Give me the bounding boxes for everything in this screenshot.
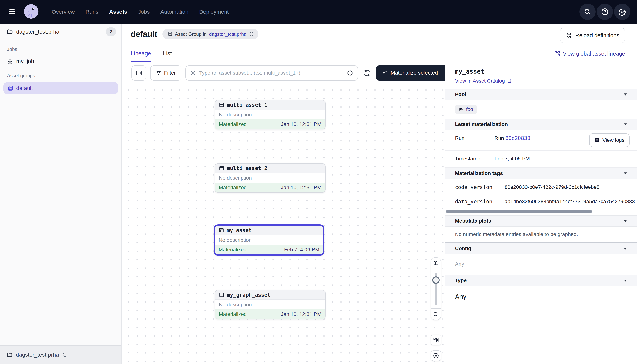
nav-item-overview[interactable]: Overview xyxy=(52,9,75,15)
zoom-out-icon xyxy=(433,311,439,318)
timestamp-value: Feb 7, 4:06 PM xyxy=(488,151,637,167)
sidebar-footer-repo[interactable]: dagster_test.prha xyxy=(0,345,121,364)
section-pool[interactable]: Pool xyxy=(445,89,637,100)
lineage-toolbar: Filter Materialize selected xyxy=(122,62,445,84)
section-metadata-plots[interactable]: Metadata plots xyxy=(445,215,637,226)
config-value: Any xyxy=(445,254,637,275)
view-global-asset-lineage-link[interactable]: View global asset lineage xyxy=(554,50,625,57)
download-icon xyxy=(433,352,439,359)
asset-node-multi-asset-1[interactable]: multi_asset_1 No description Materialize… xyxy=(215,100,326,130)
asset-node-multi-asset-2[interactable]: multi_asset_2 No description Materialize… xyxy=(215,163,326,193)
materialized-badge: Materialized xyxy=(219,311,247,317)
stack-icon xyxy=(459,107,464,112)
lineage-graph-canvas[interactable]: multi_asset_1 No description Materialize… xyxy=(122,84,445,364)
asset-subset-input[interactable] xyxy=(199,70,344,76)
view-in-asset-catalog-link[interactable]: View in Asset Catalog xyxy=(455,78,512,84)
lineage-graph-icon xyxy=(554,51,560,56)
nav-item-assets[interactable]: Assets xyxy=(109,9,127,15)
nav-item-jobs[interactable]: Jobs xyxy=(138,9,150,15)
view-logs-button[interactable]: View logs xyxy=(589,133,629,147)
materialization-timestamp-link[interactable]: Jan 10, 12:31 PM xyxy=(281,121,321,127)
refresh-icon[interactable] xyxy=(62,352,67,357)
section-materialization-tags[interactable]: Materialization tags xyxy=(445,168,637,179)
asset-group-icon xyxy=(167,31,172,37)
asset-node-my-asset-selected[interactable]: my_asset No description Materialized Feb… xyxy=(214,224,324,256)
asset-node-name: my_graph_asset xyxy=(227,292,271,298)
search-icon xyxy=(584,8,591,16)
asset-node-name: multi_asset_1 xyxy=(227,102,267,108)
zoom-in-button[interactable] xyxy=(431,258,441,269)
search-button[interactable] xyxy=(579,4,596,20)
materialization-timestamp-link[interactable]: Jan 10, 12:31 PM xyxy=(281,184,321,190)
menu-icon[interactable] xyxy=(8,6,18,17)
jobs-section: Jobs my_job xyxy=(0,40,121,66)
info-icon[interactable] xyxy=(347,70,353,76)
download-image-button[interactable] xyxy=(431,350,441,361)
zoom-out-button[interactable] xyxy=(431,309,441,320)
nav-item-deployment[interactable]: Deployment xyxy=(199,9,229,15)
horizontal-scrollbar[interactable] xyxy=(446,210,592,213)
panel-toggle-icon xyxy=(135,70,142,76)
materialized-badge: Materialized xyxy=(219,184,247,190)
sidebar-item-default-group[interactable]: default xyxy=(3,82,118,94)
nav-item-automation[interactable]: Automation xyxy=(160,9,188,15)
job-name: my_job xyxy=(16,58,34,64)
settings-button[interactable] xyxy=(614,4,630,20)
gear-icon xyxy=(618,8,626,16)
reload-definitions-button[interactable]: Reload definitions xyxy=(560,28,625,43)
refresh-graph-button[interactable] xyxy=(362,68,372,78)
toggle-sidebar-button[interactable] xyxy=(131,66,146,80)
top-navbar: Overview Runs Assets Jobs Automation Dep… xyxy=(0,0,637,24)
zoom-slider[interactable] xyxy=(431,269,441,309)
section-latest-materialization[interactable]: Latest materialization xyxy=(445,118,637,130)
materialize-split-button: Materialize selected xyxy=(376,66,454,80)
primary-nav: Overview Runs Assets Jobs Automation Dep… xyxy=(52,9,229,15)
materialized-badge: Materialized xyxy=(219,121,247,127)
repo-name: dagster_test.prha xyxy=(16,28,59,35)
filter-button[interactable]: Filter xyxy=(150,66,181,80)
asset-groups-section-label: Asset groups xyxy=(7,73,121,78)
tag-row-data-version: data_version ab14be32f606383bbf4a144cf77… xyxy=(445,194,637,208)
materialize-button[interactable]: Materialize selected xyxy=(376,66,443,80)
chip-repo-link[interactable]: dagster_test.prha xyxy=(209,31,246,37)
caret-down-icon xyxy=(623,279,627,282)
nav-item-runs[interactable]: Runs xyxy=(86,9,98,15)
asset-group-icon xyxy=(8,85,13,91)
folder-icon xyxy=(7,28,13,35)
tab-list[interactable]: List xyxy=(163,50,172,62)
rearrange-graph-button[interactable] xyxy=(431,335,441,346)
graph-layout-icon xyxy=(433,337,439,343)
refresh-icon[interactable] xyxy=(249,32,254,37)
materialization-timestamp-link[interactable]: Feb 7, 4:06 PM xyxy=(284,247,319,252)
filter-icon xyxy=(156,70,161,76)
pool-tag[interactable]: foo xyxy=(455,104,477,114)
section-type[interactable]: Type xyxy=(445,275,637,286)
repo-row[interactable]: dagster_test.prha 2 xyxy=(0,24,121,40)
chip-text: Asset Group in xyxy=(175,31,206,37)
help-button[interactable] xyxy=(597,4,613,20)
zoom-slider-handle[interactable] xyxy=(432,276,440,284)
jobs-section-label: Jobs xyxy=(7,46,121,52)
job-icon xyxy=(7,58,13,64)
sidebar-item-my-job[interactable]: my_job xyxy=(0,56,121,66)
dagster-logo-icon[interactable] xyxy=(23,3,40,20)
asset-node-my-graph-asset[interactable]: my_graph_asset No description Materializ… xyxy=(215,290,326,320)
run-id-link[interactable]: 80e20830 xyxy=(505,135,530,141)
repo-count-badge: 2 xyxy=(106,28,116,36)
section-config[interactable]: Config xyxy=(445,242,637,254)
asset-groups-section: Asset groups default xyxy=(0,66,121,94)
reload-definitions-label: Reload definitions xyxy=(575,32,619,38)
page-header: default Asset Group in dagster_test.prha… xyxy=(122,24,637,62)
asset-group-chip: Asset Group in dagster_test.prha xyxy=(162,29,258,40)
caret-down-icon xyxy=(623,172,627,175)
refresh-icon xyxy=(363,69,371,77)
materialization-timestamp-link[interactable]: Jan 10, 12:31 PM xyxy=(281,311,321,317)
navbar-actions xyxy=(579,4,630,20)
help-icon xyxy=(601,8,609,16)
external-link-icon xyxy=(507,78,512,84)
asset-node-description: No description xyxy=(215,110,325,120)
asset-node-name: my_asset xyxy=(227,227,252,234)
left-sidebar: dagster_test.prha 2 Jobs my_job Asset gr… xyxy=(0,24,122,364)
caret-down-icon xyxy=(623,123,627,126)
tab-lineage[interactable]: Lineage xyxy=(131,50,151,62)
